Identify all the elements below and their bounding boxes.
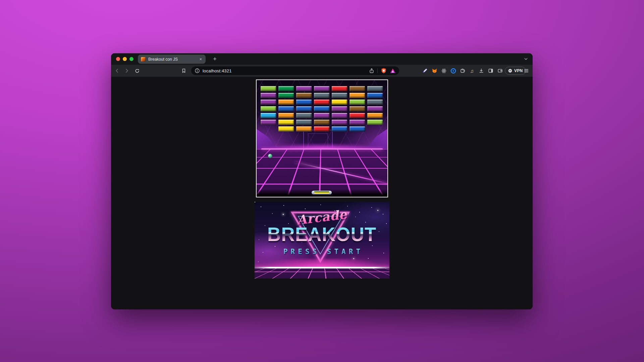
brick-gray — [314, 93, 330, 98]
brick-purple — [331, 113, 347, 118]
brick-orange — [296, 126, 312, 132]
extensions-puzzle-icon[interactable] — [460, 68, 466, 74]
canvas-horizon-line — [261, 148, 383, 149]
brick-darkgreen — [278, 93, 294, 98]
brick-brown — [314, 119, 330, 125]
browser-window: Breakout con JS × + localhost:4321 — [111, 53, 533, 309]
brick-grid — [260, 86, 383, 132]
wallet-icon[interactable] — [497, 68, 503, 74]
share-icon[interactable] — [369, 68, 374, 73]
brick-blue — [314, 106, 330, 112]
metamask-extension-icon[interactable] — [431, 68, 437, 74]
brick-red — [314, 99, 330, 105]
bookmark-icon[interactable] — [181, 68, 186, 73]
brick-brown — [296, 93, 312, 98]
game-canvas[interactable] — [256, 79, 388, 197]
brick-purple — [314, 86, 330, 92]
brick-blue — [349, 126, 365, 132]
title-bottom-glow — [255, 259, 389, 271]
brick-cyan — [260, 113, 276, 118]
tab-title: Breakout con JS — [148, 57, 199, 62]
brick-yellow — [278, 119, 294, 125]
brick-lightgreen — [367, 119, 383, 125]
brick-orange — [367, 113, 383, 118]
url-text[interactable]: localhost:4321 — [203, 68, 232, 73]
title-stars — [255, 202, 255, 202]
brick-gray — [296, 119, 312, 125]
brave-shield-icon[interactable] — [381, 68, 387, 74]
back-button[interactable] — [114, 68, 120, 73]
blue-ring-extension-icon[interactable] — [450, 68, 456, 74]
paddle-band — [314, 191, 329, 194]
pencil-extension-icon[interactable] — [422, 68, 428, 74]
brick-purple — [296, 86, 312, 92]
brick-red — [349, 113, 365, 118]
brick-purple — [314, 113, 330, 118]
brick-darkgreen — [278, 86, 294, 92]
brick-purple — [260, 99, 276, 105]
sidebar-icon[interactable] — [488, 68, 494, 74]
title-horizon-line — [255, 267, 389, 268]
navigation-toolbar: localhost:4321 — [111, 65, 533, 77]
brave-rewards-icon[interactable] — [390, 68, 396, 74]
game-paddle — [312, 191, 332, 194]
traffic-lights — [116, 57, 133, 61]
page-content: Arcade BREAKOUT PRESS START — [111, 77, 533, 309]
tab-favicon-icon — [141, 57, 146, 62]
reload-button[interactable] — [135, 68, 140, 73]
site-info-icon[interactable] — [195, 68, 200, 73]
brick-red — [314, 126, 330, 132]
brick-purple — [260, 93, 276, 98]
brick-red — [331, 86, 347, 92]
desktop-background: { "wallpaper": { "bright": "#d14cdb", "d… — [0, 0, 644, 362]
toolbar-divider — [377, 68, 378, 73]
brick-blue — [367, 93, 383, 98]
brick-purple — [260, 119, 276, 125]
downloads-icon[interactable] — [478, 68, 484, 74]
brick-orange — [278, 113, 294, 118]
tab-close-icon[interactable]: × — [199, 56, 203, 62]
title-screen-image: Arcade BREAKOUT PRESS START — [255, 202, 389, 279]
press-start-text: PRESS START — [255, 248, 389, 256]
forward-button[interactable] — [124, 68, 129, 73]
brick-purple — [331, 106, 347, 112]
game-ball — [268, 154, 272, 158]
brick-lightgreen — [349, 99, 365, 105]
brick-blue — [296, 106, 312, 112]
brick-blue — [331, 126, 347, 132]
breakout-title-text: BREAKOUT — [255, 223, 389, 246]
vpn-label: VPN — [514, 68, 523, 73]
media-music-icon[interactable]: ♫ — [469, 68, 475, 74]
extension-icons: ♫ — [422, 68, 503, 74]
traffic-light-minimize[interactable] — [123, 57, 127, 61]
brick-purple — [331, 119, 347, 125]
menu-icon[interactable] — [524, 68, 529, 73]
brick-brown — [349, 86, 365, 92]
brick-lightgreen — [260, 86, 276, 92]
brick-gray — [331, 93, 347, 98]
new-tab-button[interactable]: + — [210, 55, 219, 64]
brick-brown — [349, 106, 365, 112]
brick-purple — [349, 119, 365, 125]
brick-yellow — [278, 126, 294, 132]
brick-lightgreen — [260, 106, 276, 112]
url-bar[interactable]: localhost:4321 — [191, 66, 399, 75]
brick-blue — [278, 106, 294, 112]
brick-gray — [367, 86, 383, 92]
brick-orange — [278, 99, 294, 105]
vpn-button[interactable]: VPN — [505, 67, 526, 75]
brick-gray — [367, 99, 383, 105]
tab-bar: Breakout con JS × + — [111, 53, 533, 65]
url-actions — [369, 68, 396, 74]
brick-gray — [296, 113, 312, 118]
traffic-light-zoom[interactable] — [129, 57, 133, 61]
atom-extension-icon[interactable] — [441, 68, 447, 74]
brick-orange — [349, 93, 365, 98]
vpn-status-icon — [508, 68, 513, 73]
traffic-light-close[interactable] — [116, 57, 120, 61]
brick-yellow — [331, 99, 347, 105]
brick-purple — [367, 106, 383, 112]
chevron-down-icon[interactable] — [524, 57, 528, 61]
brick-blue — [296, 99, 312, 105]
tab-breakout[interactable]: Breakout con JS × — [138, 55, 206, 64]
